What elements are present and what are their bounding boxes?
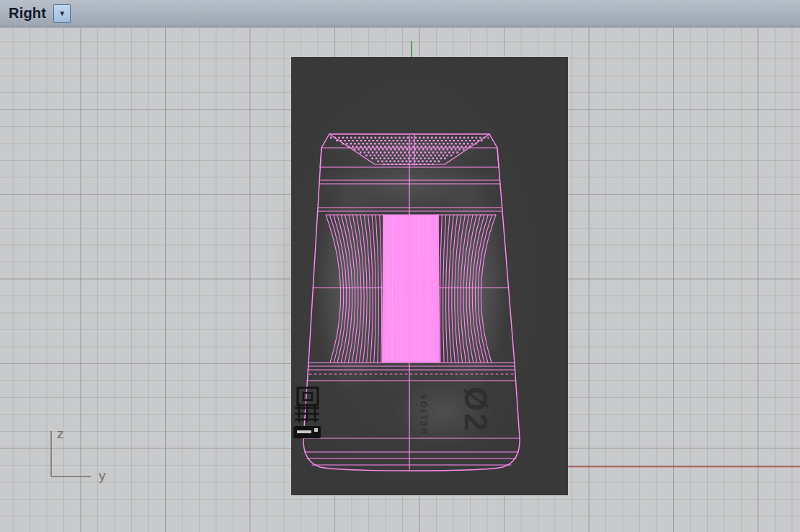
viewport-title[interactable]: Right	[0, 2, 52, 25]
viewport-menu-button[interactable]: ▼	[53, 4, 71, 23]
z-axis-label: z	[57, 426, 64, 441]
axis-indicator: z y	[51, 426, 106, 483]
brand-text: HELIOS	[419, 392, 428, 434]
viewport-canvas[interactable]: HELIOS Ø2 z y	[0, 27, 800, 532]
application-window: Right ▼	[0, 0, 800, 532]
side-number-text: Ø2	[458, 386, 494, 433]
y-axis-label: y	[99, 468, 106, 483]
viewport[interactable]: HELIOS Ø2 z y	[0, 27, 800, 532]
waist-highlight-fill	[382, 215, 440, 363]
viewport-titlebar: Right ▼	[0, 0, 800, 27]
chevron-down-icon: ▼	[58, 9, 66, 17]
